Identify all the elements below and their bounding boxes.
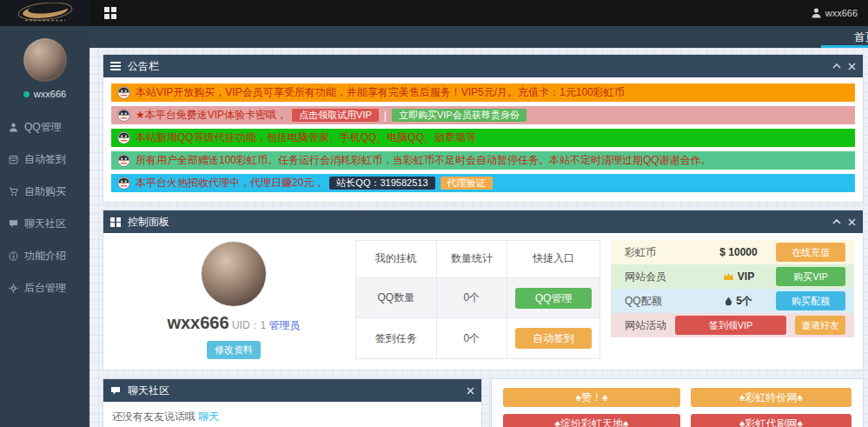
separator: |	[384, 110, 387, 122]
site-logo[interactable]	[0, 0, 89, 26]
sidebar-item-label: 自动签到	[24, 152, 66, 167]
bottom-right-column: ♠赞！♠ ♠彩虹特价网♠ ♠缤纷彩虹天地♠ ♠彩虹代刷网♠ ♠友链♠ ♠友链♠	[491, 378, 864, 427]
collapse-chevron-icon[interactable]	[832, 219, 841, 224]
signin-get-vip-button[interactable]: 签到领VIP	[675, 316, 786, 335]
profile-role-link[interactable]: 管理员	[269, 319, 301, 331]
sidebar-user-line: wxx666	[0, 89, 89, 99]
person-icon	[9, 123, 18, 132]
buy-quota-button[interactable]: 购买配额	[776, 291, 845, 310]
dashboard-panel: 控制面板 wxx666 UID：1 管理员 修改资料	[103, 210, 864, 370]
info-circle-icon	[9, 251, 18, 261]
shopping-cart-icon	[9, 187, 18, 197]
breadcrumb-bar: 首页	[89, 26, 868, 48]
col-quick-entry: 快捷入口	[507, 241, 600, 278]
table-row-qq-count: QQ数量 0个 QQ管理	[356, 277, 600, 318]
dashboard-title: 控制面板	[128, 215, 169, 230]
sidebar-item-feature-intro[interactable]: 功能介绍	[0, 240, 89, 272]
link-rainbow-world-button[interactable]: ♠缤纷彩虹天地♠	[503, 414, 680, 427]
col-count: 数量统计	[436, 241, 507, 278]
quota-text: 5个	[736, 294, 752, 309]
sidebar-item-admin-backend[interactable]: 后台管理	[0, 272, 89, 304]
close-icon[interactable]	[467, 387, 474, 395]
buy-vip-button[interactable]: 立即购买VIP会员获尊贵身份	[392, 109, 527, 122]
link-like-button[interactable]: ♠赞！♠	[503, 388, 680, 407]
qq-mascot-icon	[117, 177, 130, 190]
row-label: QQ数量	[356, 277, 437, 318]
announcement-agent: 本平台火热招收代理中，代理日赚20元， 站长QQ：319582513 代理验证	[111, 174, 855, 192]
profile-name: wxx666	[167, 313, 229, 332]
qq-manage-button[interactable]: QQ管理	[515, 288, 592, 309]
collapse-chevron-icon[interactable]	[832, 63, 841, 69]
sidebar-item-label: QQ管理	[24, 120, 62, 135]
chat-body: 还没有友友说话哦 聊天	[103, 402, 481, 427]
announcement-header: 公告栏	[103, 55, 863, 77]
bottom-left-column: 聊天社区 还没有友友说话哦 聊天	[103, 378, 482, 427]
announcement-panel: 公告栏 本站VIP开放购买	[103, 54, 864, 203]
topbar-user[interactable]: wxx666	[812, 0, 858, 26]
announcement-text: 本平台火热招收代理中，代理日赚20元，	[136, 176, 324, 190]
calendar-icon	[9, 155, 18, 164]
vip-text: VIP	[738, 270, 754, 283]
stat-label: 彩虹币	[611, 245, 701, 260]
announcement-text: 本站新增QQ等级代挂功能，包括电脑管家、手机QQ、电脑QQ、勋章墙等	[136, 130, 476, 145]
qq-mascot-icon	[117, 109, 130, 122]
close-icon[interactable]	[848, 63, 856, 70]
stat-row-coins: 彩虹币 $ 10000 在线充值	[611, 240, 854, 264]
sidebar-menu: QQ管理 自动签到 自助购买 聊天社区	[0, 111, 89, 304]
qq-mascot-icon	[117, 86, 130, 99]
table-header-row: 我的挂机 数量统计 快捷入口	[356, 241, 600, 278]
profile-block: wxx666 UID：1 管理员 修改资料	[112, 238, 355, 359]
link-rainbow-deals-button[interactable]: ♠彩虹特价网♠	[691, 388, 851, 407]
tab-home[interactable]: 首页	[854, 30, 868, 45]
comment-icon	[110, 386, 121, 396]
col-my-hangups: 我的挂机	[356, 241, 437, 278]
buy-vip-button-2[interactable]: 购买VIP	[776, 267, 845, 286]
row-count: 0个	[436, 318, 507, 359]
announcement-vip: 本站VIP开放购买，VIP会员可享受所有功能，并能享有完美售后服务！VIP5元/…	[111, 83, 855, 102]
recharge-button[interactable]: 在线充值	[776, 243, 845, 262]
sidebar-item-qq-manage[interactable]: QQ管理	[0, 111, 89, 143]
webmaster-qq-badge: 站长QQ：319582513	[329, 177, 434, 190]
topbar-username: wxx666	[825, 8, 858, 18]
chat-panel: 聊天社区 还没有友友说话哦 聊天	[103, 378, 482, 427]
stat-label: 网站会员	[611, 270, 701, 284]
auto-signin-button[interactable]: 自动签到	[515, 328, 592, 349]
page: wxx666 首页 wxx666 QQ管理 自动签到	[0, 0, 868, 427]
profile-avatar[interactable]	[202, 242, 266, 306]
sidebar-item-label: 自助购买	[24, 184, 66, 199]
link-rainbow-brush-button[interactable]: ♠彩虹代刷网♠	[691, 414, 851, 427]
chat-link[interactable]: 聊天	[198, 410, 219, 423]
main-content: 公告栏 本站VIP开放购买	[89, 48, 868, 427]
stat-row-activity: 网站活动 签到领VIP 邀请好友	[611, 313, 854, 337]
menu-toggle-grid-icon[interactable]	[104, 7, 116, 19]
announcement-features: 本站新增QQ等级代挂功能，包括电脑管家、手机QQ、电脑QQ、勋章墙等	[111, 129, 855, 147]
stat-row-membership: 网站会员 VIP 购买VIP	[611, 264, 854, 289]
chat-title: 聊天社区	[128, 384, 169, 398]
sidebar-item-self-purchase[interactable]: 自助购买	[0, 176, 89, 208]
dashboard-header: 控制面板	[103, 210, 863, 233]
online-status-dot	[23, 91, 30, 97]
announcement-text: 本站VIP开放购买，VIP会员可享受所有功能，并能享有完美售后服务！VIP5元/…	[136, 85, 625, 100]
account-stats: 彩虹币 $ 10000 在线充值 网站会员 VIP 购买VIP	[611, 240, 854, 359]
announcement-coins: 所有用户全部赠送100彩虹币。任务运行会消耗彩虹币，当彩虹币不足时会自动暂停任务…	[111, 151, 855, 170]
table-row-signin-task: 签到任务 0个 自动签到	[356, 318, 600, 359]
get-trial-vip-button[interactable]: 点击领取试用VIP	[292, 109, 379, 122]
sidebar-avatar[interactable]	[23, 38, 67, 82]
dashboard-icon	[110, 217, 121, 227]
crown-icon	[723, 272, 734, 281]
profile-name-line: wxx666 UID：1 管理员	[112, 313, 355, 333]
agent-verify-button[interactable]: 代理验证	[441, 177, 493, 190]
qq-mascot-icon	[117, 131, 130, 144]
stat-label: 网站活动	[611, 318, 675, 333]
invite-friends-button[interactable]: 邀请好友	[795, 316, 845, 335]
edit-profile-button[interactable]: 修改资料	[207, 341, 261, 359]
coin-balance: $ 10000	[701, 246, 776, 258]
sidebar-item-chat-community[interactable]: 聊天社区	[0, 208, 89, 240]
sidebar-item-auto-signin[interactable]: 自动签到	[0, 143, 89, 176]
sidebar-item-label: 聊天社区	[24, 217, 66, 231]
hangup-table: 我的挂机 数量统计 快捷入口 QQ数量 0个 QQ管理 签到任务 0个 自动签到	[355, 240, 600, 359]
profile-uid: UID：1	[232, 319, 266, 331]
stat-row-quota: QQ配额 5个 购买配额	[611, 289, 854, 313]
list-icon	[110, 62, 121, 71]
close-icon[interactable]	[848, 218, 856, 226]
